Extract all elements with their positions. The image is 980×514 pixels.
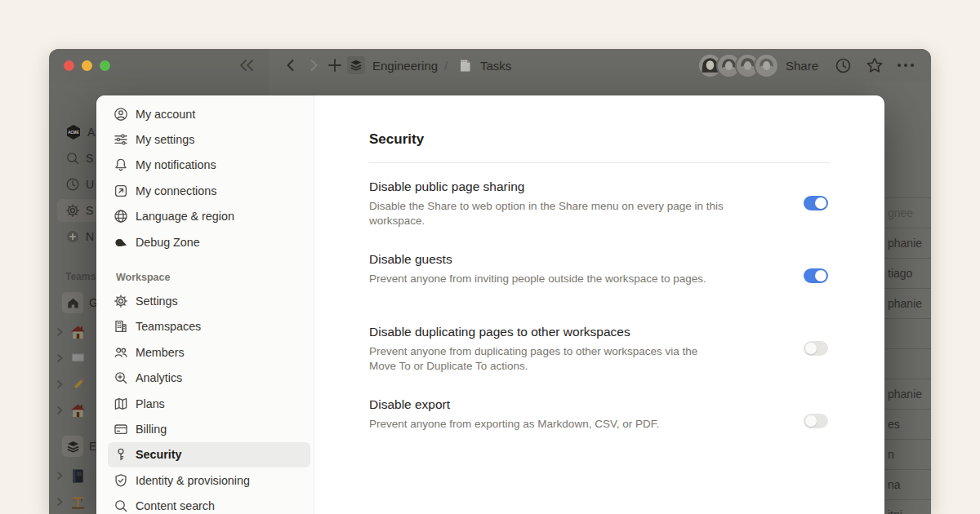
map-icon: [114, 397, 128, 411]
settings-sidebar-item-my-connections[interactable]: My connections: [96, 178, 314, 203]
settings-sidebar-item-security[interactable]: Security: [108, 442, 310, 467]
settings-sidebar-item-my-notifications[interactable]: My notifications: [96, 153, 314, 178]
settings-sidebar-item-teamspaces[interactable]: Teamspaces: [96, 314, 314, 339]
app-sidebar-item-label: U: [86, 178, 94, 191]
chevron-right-icon: [55, 497, 65, 507]
building-icon: [114, 319, 128, 334]
settings-sidebar-item-billing[interactable]: Billing: [96, 416, 314, 441]
search-icon: [114, 498, 128, 513]
search-icon: [65, 151, 80, 166]
toggle-knob: [805, 343, 817, 354]
settings-sidebar-item-label: My account: [136, 108, 195, 121]
shield-check-icon: [114, 473, 128, 488]
emoji-pencil-icon: [70, 377, 86, 392]
clock-icon: [65, 177, 80, 192]
breadcrumb-page-icon[interactable]: [457, 49, 473, 82]
layers-icon: [66, 440, 80, 454]
favorite-star-icon[interactable]: [866, 49, 884, 82]
setting-row: Disable duplicating pages to other works…: [369, 324, 830, 373]
settings-rows: Disable public page sharingDisable the S…: [369, 179, 830, 445]
breadcrumb-space-icon[interactable]: [347, 56, 365, 74]
person-circle-icon: [114, 107, 128, 122]
settings-sidebar-item-analytics[interactable]: Analytics: [96, 366, 314, 391]
setting-toggle[interactable]: [804, 268, 828, 283]
page-icon-box: [62, 436, 83, 457]
people-icon: [114, 345, 128, 360]
traffic-minimize-button[interactable]: [82, 60, 92, 71]
setting-description: Prevent anyone from exporting as Markdow…: [369, 417, 724, 432]
settings-sidebar-item-label: Debug Zone: [136, 236, 200, 249]
chevron-right-icon: [55, 379, 65, 389]
updates-clock-icon[interactable]: [835, 49, 852, 82]
gear-icon: [114, 294, 128, 308]
settings-sidebar-item-members[interactable]: Members: [96, 339, 314, 365]
emoji-crane-icon: [70, 494, 86, 510]
app-sidebar-item-label: S: [86, 152, 93, 165]
toggle-knob: [815, 197, 826, 209]
title-divider: [369, 162, 830, 163]
breadcrumb-page[interactable]: Tasks: [480, 49, 511, 82]
acme-logo-icon: ACME: [65, 124, 82, 140]
emoji-house-icon: [70, 403, 86, 419]
nav-back-icon[interactable]: [284, 49, 297, 82]
breadcrumb-space[interactable]: Engineering: [372, 49, 438, 82]
nav-forward-icon[interactable]: [307, 49, 320, 82]
team-item-label: E: [89, 440, 96, 453]
settings-sidebar-item-settings[interactable]: Settings: [96, 288, 314, 313]
chevron-right-icon: [55, 405, 65, 415]
arrow-square-icon: [114, 184, 128, 198]
chevron-right-icon: [55, 471, 65, 481]
settings-sidebar-item-my-settings[interactable]: My settings: [96, 126, 314, 152]
traffic-close-button[interactable]: [64, 60, 74, 71]
settings-sidebar: My accountMy settingsMy notificationsMy …: [96, 95, 314, 514]
setting-row: Disable guestsPrevent anyone from inviti…: [369, 251, 830, 300]
settings-sidebar-item-label: Teamspaces: [136, 320, 201, 333]
traffic-zoom-button[interactable]: [100, 60, 110, 71]
svg-text:ACME: ACME: [68, 131, 79, 135]
emoji-house-icon: [70, 325, 86, 340]
toggle-knob: [805, 415, 817, 427]
card-icon: [114, 422, 128, 436]
setting-row: Disable exportPrevent anyone from export…: [369, 397, 830, 445]
setting-title: Disable export: [369, 397, 830, 413]
share-button[interactable]: Share: [786, 49, 818, 82]
settings-sidebar-item-label: Identity & provisioning: [136, 474, 250, 487]
setting-row: Disable public page sharingDisable the S…: [369, 179, 830, 228]
more-options-icon[interactable]: [897, 49, 915, 82]
settings-modal: My accountMy settingsMy notificationsMy …: [96, 95, 884, 514]
workspace-section-label: Workspace: [116, 272, 314, 283]
settings-sidebar-item-identity-provisioning[interactable]: Identity & provisioning: [96, 467, 314, 493]
key-icon: [114, 447, 128, 462]
breadcrumb-separator: /: [444, 49, 448, 82]
page-canvas: Engineering / Tasks Share: [0, 0, 980, 514]
new-page-icon[interactable]: [327, 49, 342, 82]
teams-section-label: Teams: [65, 271, 96, 282]
toggle-knob: [815, 270, 826, 281]
sidebar-collapse-icon[interactable]: [238, 49, 255, 82]
setting-toggle[interactable]: [804, 414, 828, 428]
setting-description: Prevent anyone from inviting people outs…: [369, 272, 724, 286]
debug-icon: [114, 235, 128, 250]
setting-toggle[interactable]: [804, 196, 828, 210]
chevron-right-icon: [55, 353, 65, 363]
home-icon: [66, 296, 80, 310]
settings-sidebar-item-debug-zone[interactable]: Debug Zone: [96, 229, 314, 255]
settings-sidebar-item-label: Security: [136, 448, 181, 461]
settings-content: Security Disable public page sharingDisa…: [314, 95, 884, 514]
search-plus-icon: [114, 370, 128, 385]
app-sidebar-item-label: A: [87, 126, 95, 139]
collaborator-avatar[interactable]: [755, 55, 777, 77]
settings-sidebar-item-plans[interactable]: Plans: [96, 391, 314, 416]
emoji-book-icon: [70, 468, 86, 484]
setting-title: Disable guests: [369, 251, 830, 268]
page-icon-box: [62, 292, 83, 313]
settings-sidebar-item-language-region[interactable]: Language & region: [96, 204, 314, 229]
settings-sidebar-item-content-search[interactable]: Content search: [96, 493, 314, 514]
settings-sidebar-item-label: My settings: [136, 133, 194, 146]
settings-sidebar-item-label: Plans: [136, 397, 165, 410]
setting-toggle[interactable]: [804, 341, 828, 356]
settings-sidebar-item-label: Billing: [136, 423, 167, 436]
settings-sidebar-item-my-account[interactable]: My account: [96, 101, 314, 126]
setting-title: Disable public page sharing: [369, 179, 830, 195]
bell-icon: [114, 157, 128, 172]
